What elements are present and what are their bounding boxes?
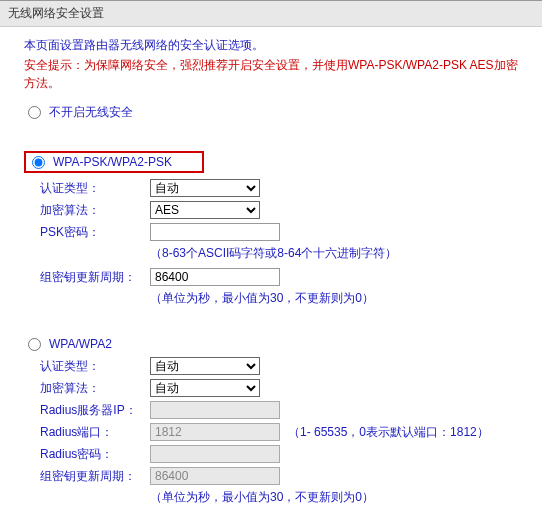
label-auth-type-2: 认证类型： [40,358,150,375]
row-rekey-2: 组密钥更新周期： [40,467,518,485]
rekey-hint-2: （单位为秒，最小值为30，不更新则为0） [150,489,518,506]
label-enc-2: 加密算法： [40,380,150,397]
label-enc-1: 加密算法： [40,202,150,219]
radio-row-disable: 不开启无线安全 [24,104,518,121]
security-panel: 无线网络安全设置 本页面设置路由器无线网络的安全认证选项。 安全提示：为保障网络… [0,0,542,507]
input-rekey-2[interactable] [150,467,280,485]
row-rekey-1: 组密钥更新周期： [40,268,518,286]
row-radius-ip: Radius服务器IP： [40,401,518,419]
input-radius-ip[interactable] [150,401,280,419]
select-enc-2[interactable]: 自动 [150,379,260,397]
radio-disable-security[interactable] [28,106,41,119]
label-radius-pwd: Radius密码： [40,446,150,463]
rekey-hint-1: （单位为秒，最小值为30，不更新则为0） [150,290,518,307]
intro-text: 本页面设置路由器无线网络的安全认证选项。 [24,37,518,54]
psk-hint: （8-63个ASCII码字符或8-64个十六进制字符） [150,245,518,262]
row-psk: PSK密码： [40,223,518,241]
input-radius-pwd[interactable] [150,445,280,463]
warning-text: 安全提示：为保障网络安全，强烈推荐开启安全设置，并使用WPA-PSK/WPA2-… [24,56,518,92]
radius-port-note: （1- 65535，0表示默认端口：1812） [288,424,489,441]
radio-disable-label: 不开启无线安全 [49,104,133,121]
radio-wpa[interactable] [28,338,41,351]
row-auth-type-1: 认证类型： 自动 [40,179,518,197]
row-enc-2: 加密算法： 自动 [40,379,518,397]
input-psk[interactable] [150,223,280,241]
radio-wpa-psk-label: WPA-PSK/WPA2-PSK [53,155,172,169]
label-radius-ip: Radius服务器IP： [40,402,150,419]
radio-row-wpa: WPA/WPA2 [24,337,518,351]
row-radius-port: Radius端口： （1- 65535，0表示默认端口：1812） [40,423,518,441]
select-auth-type-1[interactable]: 自动 [150,179,260,197]
panel-content: 本页面设置路由器无线网络的安全认证选项。 安全提示：为保障网络安全，强烈推荐开启… [0,27,542,507]
select-auth-type-2[interactable]: 自动 [150,357,260,375]
select-enc-1[interactable]: AES [150,201,260,219]
radio-wpa-psk[interactable] [32,156,45,169]
row-radius-pwd: Radius密码： [40,445,518,463]
label-radius-port: Radius端口： [40,424,150,441]
label-auth-type-1: 认证类型： [40,180,150,197]
radio-wpa-label: WPA/WPA2 [49,337,112,351]
label-rekey-1: 组密钥更新周期： [40,269,150,286]
label-rekey-2: 组密钥更新周期： [40,468,150,485]
radio-row-wpa-psk: WPA-PSK/WPA2-PSK [24,151,518,173]
row-enc-1: 加密算法： AES [40,201,518,219]
row-auth-type-2: 认证类型： 自动 [40,357,518,375]
input-rekey-1[interactable] [150,268,280,286]
label-psk: PSK密码： [40,224,150,241]
input-radius-port[interactable] [150,423,280,441]
panel-title: 无线网络安全设置 [0,1,542,27]
highlight-wpa-psk: WPA-PSK/WPA2-PSK [24,151,204,173]
